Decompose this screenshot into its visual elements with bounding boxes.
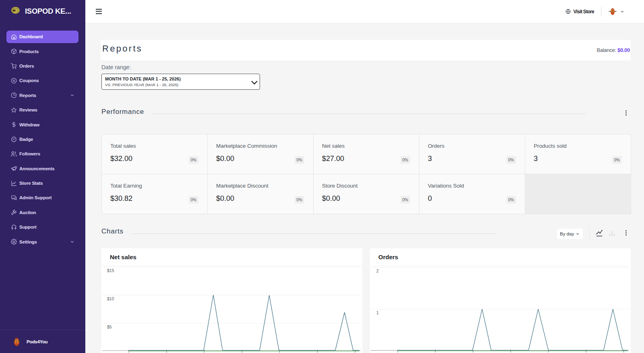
svg-text:$10: $10	[107, 296, 114, 301]
svg-text:1: 1	[376, 310, 379, 315]
svg-text:$5: $5	[107, 324, 112, 329]
svg-text:$15: $15	[107, 268, 114, 273]
svg-text:2: 2	[376, 268, 379, 273]
